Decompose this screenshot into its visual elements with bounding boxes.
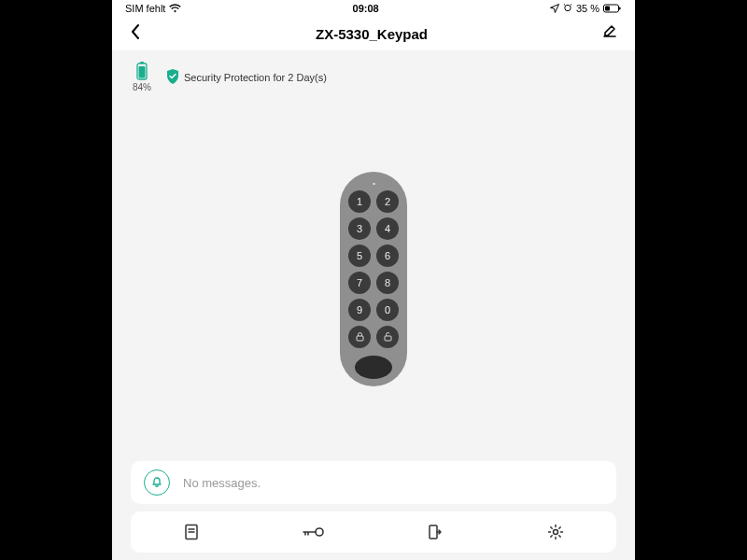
device-battery: 84%: [133, 62, 151, 92]
bell-icon: [144, 469, 170, 496]
app-header: ZX-5330_Keypad: [112, 17, 635, 50]
phone-frame: SIM fehlt 09:08 35 % ZX-5330_Keypad: [112, 0, 635, 560]
wifi-icon: [169, 4, 181, 13]
svg-point-12: [554, 530, 558, 535]
ios-statusbar: SIM fehlt 09:08 35 %: [112, 0, 635, 17]
device-battery-text: 84%: [133, 82, 151, 92]
svg-point-0: [565, 5, 571, 10]
clock-text: 09:08: [353, 3, 379, 14]
alarm-icon: [563, 3, 572, 14]
messages-card[interactable]: No messages.: [131, 461, 616, 504]
svg-rect-7: [357, 336, 363, 341]
edit-button[interactable]: [601, 23, 618, 44]
keypad-key: 8: [376, 272, 399, 294]
security-status: Security Protection for 2 Day(s): [166, 69, 327, 86]
keypad-key: 9: [348, 299, 371, 321]
keypad-led-icon: [373, 183, 375, 185]
battery-text: 35 %: [576, 3, 599, 14]
shield-icon: [166, 69, 179, 86]
settings-button[interactable]: [537, 513, 574, 551]
battery-icon: [603, 4, 622, 13]
status-row: 84% Security Protection for 2 Day(s): [112, 50, 635, 92]
keypad-device: 1 2 3 4 5 6 7 8 9 0: [340, 172, 407, 386]
svg-rect-3: [605, 7, 610, 11]
svg-rect-2: [619, 7, 621, 10]
messages-text: No messages.: [183, 476, 261, 490]
keypad-key: 1: [348, 190, 371, 213]
security-text: Security Protection for 2 Day(s): [184, 72, 327, 83]
fingerprint-icon: [355, 356, 392, 379]
carrier-text: SIM fehlt: [125, 3, 165, 14]
bottom-toolbar: [131, 511, 616, 553]
svg-point-10: [316, 528, 323, 536]
log-button[interactable]: [173, 513, 210, 551]
page-title: ZX-5330_Keypad: [316, 26, 428, 42]
keypad-unlock-icon: [376, 326, 399, 348]
keypad-key: 2: [376, 190, 399, 213]
keypad-lock-icon: [348, 326, 371, 348]
back-button[interactable]: [129, 23, 142, 45]
svg-rect-11: [430, 525, 437, 539]
svg-rect-6: [139, 66, 146, 78]
door-button[interactable]: [416, 513, 453, 551]
keypad-key: 6: [376, 245, 399, 267]
keypad-keys: 1 2 3 4 5 6 7 8 9 0: [348, 190, 399, 348]
keypad-key: 3: [348, 217, 371, 240]
key-button[interactable]: [294, 513, 331, 551]
content-area: 84% Security Protection for 2 Day(s) 1 2…: [112, 50, 635, 560]
keypad-key: 5: [348, 245, 371, 267]
location-icon: [550, 4, 559, 13]
letterbox-right: [635, 0, 747, 560]
keypad-key: 4: [376, 217, 399, 240]
keypad-key: 7: [348, 272, 371, 294]
keypad-key: 0: [376, 299, 399, 321]
letterbox-left: [0, 0, 112, 560]
svg-rect-8: [385, 336, 391, 341]
device-battery-icon: [136, 62, 148, 80]
